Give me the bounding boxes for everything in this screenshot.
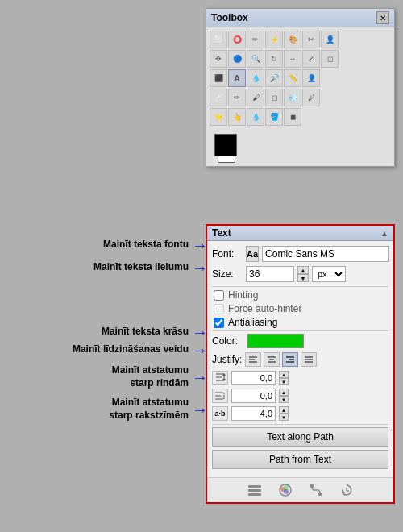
line-spacing-up[interactable]: ▲: [279, 371, 289, 378]
tool-paths[interactable]: 👤: [321, 31, 339, 48]
tool-blur[interactable]: 💧: [247, 108, 264, 126]
char-spacing-spinner[interactable]: ▲ ▼: [279, 406, 289, 421]
font-input[interactable]: [262, 246, 389, 262]
history-icon[interactable]: [338, 481, 355, 499]
color-swatch-area: [210, 127, 391, 163]
tool-ellipse-select[interactable]: ⭕: [228, 31, 246, 48]
size-label: Size:: [212, 268, 243, 280]
tools-row-1: ⬜ ⭕ ✏ ⚡ 🎨 ✂ 👤: [210, 31, 391, 48]
tool-align[interactable]: 🔵: [228, 50, 246, 68]
tool-perspective[interactable]: ◻: [321, 50, 339, 68]
svg-point-28: [284, 489, 289, 494]
tool-bucket[interactable]: 🪣: [265, 108, 283, 126]
annotation-justify-text: Mainīt līdzināšanas veidu: [0, 343, 189, 356]
layers-icon[interactable]: [246, 481, 264, 499]
bottom-bar: [207, 477, 393, 502]
line-spacing2-down[interactable]: ▼: [279, 396, 289, 403]
toolbox-title: Toolbox: [211, 12, 248, 23]
tool-magnify[interactable]: 🔎: [265, 69, 283, 87]
line-spacing2-input[interactable]: [231, 389, 276, 403]
line-spacing2-up[interactable]: ▲: [279, 389, 289, 396]
tool-free-select[interactable]: ✏: [247, 31, 264, 48]
tools-row-2: ✥ 🔵 🔍 ↻ ↔ ⤢ ◻: [210, 50, 391, 68]
svg-rect-23: [248, 489, 261, 492]
tool-fuzzy-select[interactable]: ⚡: [265, 31, 283, 48]
line-spacing2-spinner[interactable]: ▲ ▼: [279, 389, 289, 403]
size-spinner[interactable]: ▲ ▼: [297, 266, 309, 282]
justify-fill-button[interactable]: [301, 352, 317, 367]
line-spacing-input[interactable]: [231, 371, 276, 385]
hinting-row: Hinting: [214, 289, 388, 301]
size-input[interactable]: [246, 266, 294, 282]
annotation-font: Mainīt teksta fontu →: [0, 237, 208, 253]
size-row: Size: ▲ ▼ px pt em: [212, 266, 388, 282]
tool-clone[interactable]: 👤: [302, 69, 320, 87]
force-hinter-row: Force auto-hinter: [214, 303, 388, 314]
justify-right-button[interactable]: [282, 352, 298, 367]
tool-measure[interactable]: 📏: [284, 69, 301, 87]
tool-paintbrush[interactable]: 🖌: [247, 89, 264, 106]
color-label: Color:: [212, 335, 243, 347]
force-hinter-checkbox[interactable]: [214, 304, 224, 314]
char-spacing-up[interactable]: ▲: [279, 406, 289, 414]
svg-marker-31: [342, 489, 346, 493]
tool-gradient[interactable]: ◼: [284, 108, 301, 126]
color-swatch[interactable]: [247, 334, 304, 348]
annotation-color-arrow: →: [192, 324, 208, 340]
antialiasing-label: Antialiasing: [228, 317, 277, 328]
text-along-path-button[interactable]: Text along Path: [212, 427, 388, 447]
annotation-font-arrow: →: [192, 237, 208, 253]
foreground-color-swatch[interactable]: [214, 134, 237, 156]
annotation-justify: Mainīt līdzināšanas veidu →: [0, 342, 208, 358]
channels-icon[interactable]: [276, 481, 294, 499]
tools-area: ⬜ ⭕ ✏ ⚡ 🎨 ✂ 👤 ✥ 🔵 🔍 ↻ ↔ ⤢ ◻ ⬛ A 💧 🔎 📏 👤: [206, 27, 394, 166]
hinting-checkbox[interactable]: [214, 290, 224, 301]
tool-rect-select[interactable]: ⬜: [210, 31, 227, 48]
path-from-text-button[interactable]: Path from Text: [212, 450, 388, 469]
text-panel-header: Text ▲: [207, 226, 393, 241]
font-dialog-button[interactable]: Aa: [246, 246, 259, 262]
font-label: Font:: [212, 248, 243, 260]
tool-shear[interactable]: ⤢: [302, 50, 320, 68]
annotation-size-text: Mainīt teksta lielumu: [0, 261, 189, 274]
panel-collapse-button[interactable]: ▲: [380, 229, 388, 238]
paths-icon[interactable]: [307, 481, 325, 499]
line-spacing-down[interactable]: ▼: [279, 378, 289, 385]
tool-smudge[interactable]: 👆: [228, 108, 246, 126]
tool-color-select[interactable]: 🎨: [284, 31, 301, 48]
tool-flip[interactable]: ⬛: [210, 69, 227, 87]
tool-color-picker[interactable]: 💧: [247, 69, 264, 87]
toolbox-close-button[interactable]: ✕: [376, 11, 389, 24]
tool-text[interactable]: A: [228, 69, 246, 87]
text-panel-body: Font: Aa Size: ▲ ▼ px pt em Hinting: [207, 241, 393, 477]
toolbox-titlebar: Toolbox ✕: [206, 9, 394, 27]
annotation-font-text: Mainīt teksta fontu: [0, 239, 189, 251]
antialiasing-checkbox[interactable]: [214, 318, 224, 328]
char-spacing-down[interactable]: ▼: [279, 414, 289, 421]
tool-heal[interactable]: 🩹: [210, 89, 227, 106]
text-panel: Text ▲ Font: Aa Size: ▲ ▼ px pt em: [206, 224, 395, 504]
justify-left-button[interactable]: [245, 352, 261, 367]
tool-crop[interactable]: 🔍: [247, 50, 264, 68]
justify-row: Justify:: [212, 352, 388, 367]
annotation-line-spacing-text: Mainīt atstatumustarp rindām: [0, 364, 189, 389]
tool-pencil[interactable]: ✏: [228, 89, 246, 106]
line-spacing-spinner[interactable]: ▲ ▼: [279, 371, 289, 385]
tool-dodge[interactable]: ⭐: [210, 108, 227, 126]
tool-rotate[interactable]: ↻: [265, 50, 283, 68]
size-down-button[interactable]: ▼: [297, 274, 309, 282]
tool-move[interactable]: ✥: [210, 50, 227, 68]
char-spacing-row: a·b ▲ ▼: [212, 406, 388, 421]
size-up-button[interactable]: ▲: [297, 266, 309, 274]
unit-select[interactable]: px pt em: [312, 266, 346, 282]
char-spacing-input[interactable]: [231, 406, 276, 421]
tool-ink[interactable]: 🖊: [302, 89, 320, 106]
annotation-char-spacing: Mainīt atstatumustarp rakstzīmēm →: [0, 397, 208, 422]
text-panel-title: Text: [212, 227, 231, 239]
tool-scissors[interactable]: ✂: [302, 31, 320, 48]
justify-center-button[interactable]: [264, 352, 280, 367]
justify-label: Justify:: [212, 354, 243, 365]
tool-eraser[interactable]: ◻: [265, 89, 283, 106]
tool-scale[interactable]: ↔: [284, 50, 301, 68]
tool-airbrush[interactable]: 💨: [284, 89, 301, 106]
